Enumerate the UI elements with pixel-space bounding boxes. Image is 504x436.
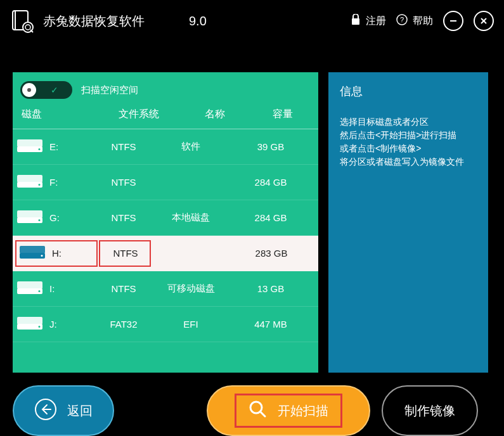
table-row[interactable]: E: NTFS 软件 39 GB [13, 129, 318, 165]
fs-cell: FAT32 [98, 319, 150, 330]
header-disk: 磁盘 [22, 108, 104, 121]
disk-panel: ✓ 扫描空闲空间 磁盘 文件系统 名称 容量 E: NTFS 软件 39 GB [13, 72, 318, 373]
size-cell: 284 GB [232, 177, 316, 188]
fs-cell: NTFS [113, 248, 138, 259]
info-line: 选择目标磁盘或者分区 [340, 115, 477, 129]
drive-letter: J: [49, 319, 57, 330]
svg-point-25 [39, 290, 41, 292]
create-image-button[interactable]: 制作镜像 [382, 385, 478, 436]
help-link[interactable]: ? 帮助 [396, 14, 433, 28]
table-body[interactable]: E: NTFS 软件 39 GB F: NTFS 284 GB G: NTFS [13, 129, 318, 373]
name-cell: EFI [150, 319, 232, 330]
svg-point-10 [27, 88, 31, 92]
info-line: 或者点击<制作镜像> [340, 142, 477, 155]
size-cell: 39 GB [232, 141, 316, 152]
highlighted-cell: H: [15, 240, 98, 267]
drive-icon [16, 281, 43, 297]
drive-letter: E: [49, 141, 58, 152]
scan-free-space-toggle[interactable]: ✓ [20, 81, 72, 99]
toggle-label: 扫描空闲空间 [81, 84, 138, 96]
svg-line-31 [261, 412, 265, 416]
info-body: 选择目标磁盘或者分区 然后点击<开始扫描>进行扫描 或者点击<制作镜像> 将分区… [340, 115, 477, 169]
svg-rect-17 [17, 210, 42, 218]
name-cell: 本地磁盘 [150, 212, 232, 224]
app-logo-icon [10, 8, 36, 34]
highlighted-cell: NTFS [99, 240, 151, 267]
svg-point-28 [39, 326, 41, 328]
drive-icon [16, 316, 43, 332]
arrow-left-icon [34, 398, 57, 424]
content-area: ✓ 扫描空闲空间 磁盘 文件系统 名称 容量 E: NTFS 软件 39 GB [0, 42, 504, 373]
register-link[interactable]: 注册 [351, 14, 386, 28]
size-cell: 447 MB [232, 319, 316, 330]
svg-rect-14 [17, 175, 42, 183]
table-row[interactable]: F: NTFS 284 GB [13, 165, 318, 200]
app-version: 9.0 [189, 14, 207, 29]
svg-point-13 [39, 148, 41, 150]
info-title: 信息 [340, 84, 477, 99]
fs-cell: NTFS [98, 141, 150, 152]
drive-icon [19, 245, 46, 261]
table-row[interactable]: I: NTFS 可移动磁盘 13 GB [13, 271, 318, 307]
help-label: 帮助 [413, 15, 433, 28]
scan-toggle-row: ✓ 扫描空闲空间 [13, 72, 318, 108]
svg-point-19 [39, 219, 41, 221]
drive-letter: I: [49, 283, 55, 294]
back-button[interactable]: 返回 [13, 385, 114, 436]
fs-cell: NTFS [98, 212, 150, 223]
minimize-button[interactable] [443, 11, 463, 31]
lock-icon [351, 14, 361, 28]
header-name: 名称 [174, 108, 256, 121]
drive-letter: F: [49, 177, 58, 188]
svg-rect-11 [17, 139, 42, 147]
register-label: 注册 [366, 15, 386, 28]
fs-cell: NTFS [98, 283, 150, 294]
img-label: 制作镜像 [404, 402, 455, 420]
info-panel: 信息 选择目标磁盘或者分区 然后点击<开始扫描>进行扫描 或者点击<制作镜像> … [328, 72, 488, 373]
drive-icon [16, 139, 43, 155]
scan-label: 开始扫描 [278, 402, 328, 420]
toggle-knob [22, 83, 36, 97]
titlebar: 赤兔数据恢复软件 9.0 注册 ? 帮助 [0, 0, 504, 42]
name-cell: 可移动磁盘 [150, 283, 232, 295]
info-line: 然后点击<开始扫描>进行扫描 [340, 129, 477, 142]
info-line: 将分区或者磁盘写入为镜像文件 [340, 155, 477, 169]
size-cell: 284 GB [232, 212, 316, 223]
table-row[interactable]: H: NTFS 283 GB [13, 236, 318, 271]
table-header: 磁盘 文件系统 名称 容量 [13, 108, 318, 129]
start-scan-button[interactable]: 开始扫描 [207, 385, 370, 436]
table-row[interactable]: G: NTFS 本地磁盘 284 GB [13, 200, 318, 236]
svg-text:?: ? [400, 16, 404, 23]
svg-rect-20 [20, 246, 45, 253]
header-fs: 文件系统 [104, 108, 174, 121]
app-title: 赤兔数据恢复软件 [43, 13, 145, 30]
svg-rect-23 [17, 281, 42, 289]
drive-letter: H: [52, 248, 61, 259]
close-button[interactable] [474, 11, 494, 31]
size-cell: 283 GB [233, 248, 316, 259]
search-icon [249, 400, 268, 422]
table-row[interactable]: J: FAT32 EFI 447 MB [13, 307, 318, 342]
svg-point-16 [39, 184, 41, 186]
header-size: 容量 [256, 108, 309, 121]
name-cell: 软件 [150, 141, 232, 153]
drive-icon [16, 174, 43, 190]
help-icon: ? [396, 14, 408, 28]
svg-point-22 [41, 255, 43, 257]
check-icon: ✓ [51, 85, 58, 95]
drive-letter: G: [49, 212, 60, 223]
size-cell: 13 GB [232, 283, 316, 294]
svg-rect-26 [17, 317, 42, 324]
footer: 返回 开始扫描 制作镜像 [0, 373, 504, 436]
svg-rect-4 [352, 18, 359, 25]
drive-icon [16, 210, 43, 226]
back-label: 返回 [67, 402, 93, 420]
fs-cell: NTFS [98, 177, 150, 188]
